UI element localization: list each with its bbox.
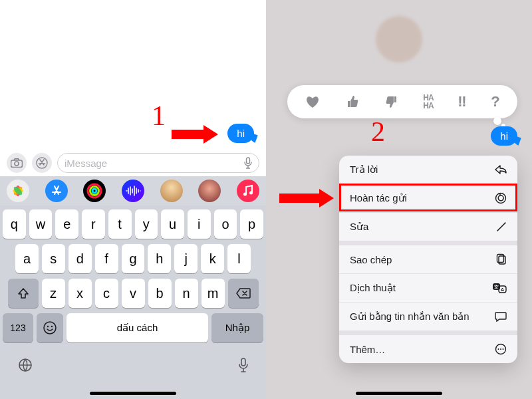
message-input[interactable]: iMessage (57, 153, 259, 173)
key-c[interactable]: c (95, 279, 118, 308)
svg-point-1 (15, 162, 19, 166)
shift-icon (17, 287, 29, 299)
key-n[interactable]: n (175, 279, 198, 308)
space-key[interactable]: dấu cách (66, 313, 208, 342)
annotation-step-1: 1 (152, 100, 166, 132)
activity-app-icon[interactable] (83, 180, 106, 202)
mic-icon (244, 157, 252, 169)
key-w[interactable]: w (29, 209, 53, 239)
key-x[interactable]: x (68, 279, 92, 308)
key-f[interactable]: f (95, 244, 118, 273)
music-note-icon (243, 185, 253, 197)
key-i[interactable]: i (188, 209, 211, 239)
menu-item-copy[interactable]: Sao chép (339, 245, 517, 273)
menu-item-send-sms[interactable]: Gửi bằng tin nhắn văn bản (339, 302, 517, 331)
key-p[interactable]: p (240, 209, 263, 239)
appstore-glyph-icon (50, 184, 63, 198)
memoji-app-icon[interactable] (160, 180, 183, 202)
globe-icon (17, 357, 33, 373)
key-a[interactable]: a (15, 244, 39, 273)
message-text: hi (237, 128, 245, 139)
menu-item-translate[interactable]: Dịch thuật 文A (339, 273, 517, 302)
svg-rect-20 (497, 255, 504, 263)
key-z[interactable]: z (42, 279, 65, 308)
svg-point-12 (249, 192, 253, 195)
svg-point-14 (47, 326, 49, 327)
svg-point-11 (243, 193, 247, 196)
key-o[interactable]: o (214, 209, 237, 239)
key-u[interactable]: u (161, 209, 184, 239)
annotation-arrow-1 (172, 126, 218, 142)
key-y[interactable]: y (135, 209, 158, 239)
emoji-key[interactable] (37, 313, 63, 342)
waveform-icon (125, 186, 141, 196)
undo-send-icon (495, 192, 507, 204)
key-e[interactable]: e (55, 209, 78, 239)
numbers-key[interactable]: 123 (3, 313, 33, 342)
apps-button[interactable] (32, 153, 52, 173)
camera-button[interactable] (7, 153, 27, 173)
exclaim-reaction[interactable]: ‼ (458, 93, 466, 110)
key-l[interactable]: l (227, 244, 251, 273)
menu-item-undo-send[interactable]: Hoàn tác gửi (339, 184, 517, 212)
svg-point-26 (498, 348, 499, 350)
heart-reaction[interactable] (305, 94, 321, 109)
home-indicator[interactable] (90, 392, 176, 395)
photos-flower-icon (10, 183, 26, 199)
emoji-icon (43, 321, 57, 335)
send-sms-icon (495, 311, 507, 322)
globe-key[interactable] (17, 357, 33, 373)
sent-message-bubble[interactable]: hi (227, 124, 254, 143)
haha-reaction[interactable]: HAHA (423, 94, 433, 110)
key-r[interactable]: r (82, 209, 105, 239)
menu-label: Trả lời (350, 164, 378, 176)
sent-message-bubble[interactable]: hi (491, 126, 517, 146)
key-b[interactable]: b (148, 279, 172, 308)
menu-label: Sao chép (350, 254, 392, 265)
menu-label: Hoàn tác gửi (350, 192, 407, 204)
shift-key[interactable] (8, 279, 39, 308)
key-k[interactable]: k (201, 244, 224, 273)
backspace-icon (236, 288, 251, 299)
key-q[interactable]: q (3, 209, 26, 239)
key-h[interactable]: h (148, 244, 171, 273)
panel-step-1: hi iMessage (0, 0, 266, 399)
menu-item-edit[interactable]: Sửa (339, 212, 517, 241)
animoji-app-icon[interactable] (198, 180, 221, 202)
dictate-button[interactable] (244, 157, 252, 169)
key-g[interactable]: g (122, 244, 145, 273)
return-key[interactable]: Nhập (211, 313, 263, 342)
home-indicator[interactable] (356, 392, 442, 395)
question-reaction[interactable]: ? (491, 93, 499, 110)
menu-label: Thêm… (350, 344, 385, 355)
message-placeholder: iMessage (65, 158, 107, 169)
audio-app-icon[interactable] (122, 180, 144, 202)
menu-item-more[interactable]: Thêm… (339, 334, 517, 363)
key-t[interactable]: t (108, 209, 132, 239)
svg-point-27 (500, 348, 501, 350)
key-j[interactable]: j (174, 244, 198, 273)
photos-app-icon[interactable] (7, 180, 29, 202)
key-v[interactable]: v (122, 279, 145, 308)
thumbs-down-reaction[interactable] (384, 94, 399, 109)
dictate-key[interactable] (238, 357, 249, 373)
key-m[interactable]: m (201, 279, 225, 308)
more-icon (495, 343, 507, 355)
conversation-area: hi (0, 0, 266, 150)
menu-label: Gửi bằng tin nhắn văn bản (350, 311, 469, 323)
svg-point-28 (503, 348, 504, 350)
key-s[interactable]: s (42, 244, 65, 273)
translate-icon: 文A (492, 283, 507, 293)
thumbs-up-reaction[interactable] (345, 94, 360, 109)
svg-point-15 (51, 326, 53, 327)
music-app-icon[interactable] (237, 180, 259, 202)
backspace-key[interactable] (228, 279, 259, 308)
return-key-label: Nhập (225, 322, 250, 334)
imessage-app-strip (0, 176, 266, 205)
menu-item-reply[interactable]: Trả lời (339, 156, 517, 184)
copy-icon (496, 253, 507, 265)
appstore-app-icon[interactable] (45, 180, 68, 202)
svg-point-10 (92, 189, 96, 193)
menu-label: Dịch thuật (350, 282, 396, 294)
key-d[interactable]: d (68, 244, 92, 273)
